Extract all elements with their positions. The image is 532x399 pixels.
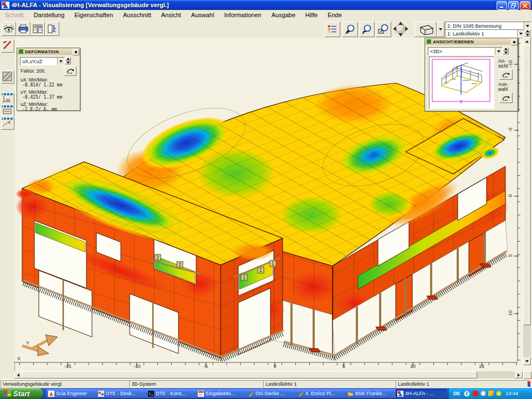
zoom-out-button[interactable] [359, 22, 375, 37]
vertical-scrollbar[interactable] [523, 38, 531, 365]
restore-button[interactable] [508, 1, 519, 10]
vertical-scroll-thumb[interactable] [523, 45, 531, 325]
uz-label: uZ: Min/Max: [21, 101, 48, 107]
menu-auswahl[interactable]: Auswahl [186, 11, 219, 19]
volume-icon[interactable] [473, 391, 478, 396]
spin-down[interactable] [503, 51, 509, 55]
deformation-panel[interactable]: DEFORMATION uX,uY,uZ Faktor: 200. uX: Mi… [17, 48, 80, 111]
pen-icon[interactable] [488, 391, 494, 396]
status-document: Verwaltungsgebäude vergl. [1, 380, 131, 388]
axes-panel-button[interactable] [1, 93, 14, 105]
loadcase-spinner[interactable] [524, 29, 530, 37]
task-label: DTE - Kons... [156, 391, 186, 396]
axis-y-label: Y [24, 340, 31, 346]
zoom-window-icon [378, 24, 389, 35]
taskbar-item-scia[interactable]: Scia Engineer [47, 389, 98, 398]
window-title: 4H-ALFA - Visualisierung [Verwaltungsgeb… [12, 2, 169, 8]
taskbar-item-eingabemodul[interactable]: EingabeMo... [196, 389, 247, 398]
menu-ansicht[interactable]: Ansicht [156, 11, 186, 19]
uz-value: -2.E-2/ 6. mm [22, 107, 57, 112]
view-combo-arrow[interactable] [495, 48, 502, 55]
taskbar-item-enrico[interactable]: 4. Enrico Pi... [296, 389, 347, 398]
taskbar-item-bsk[interactable]: BSK Franke... [346, 389, 397, 398]
deformation-panel-titlebar[interactable]: DEFORMATION [17, 48, 80, 55]
view-panel-titlebar[interactable]: ANSICHT/EBENEN [425, 38, 518, 45]
title-bar[interactable]: 4H-ALFA - Visualisierung [Verwaltungsgeb… [0, 0, 532, 10]
horizontal-scrollbar[interactable] [14, 371, 522, 378]
hatch-display-button[interactable] [1, 70, 14, 84]
disc-icon[interactable] [480, 391, 486, 396]
view-cube-dropdown[interactable] [437, 22, 444, 37]
menu-ausschnitt[interactable]: Ausschnitt [118, 11, 156, 19]
start-button[interactable]: Start [0, 388, 43, 399]
svg-text:1: 1 [272, 262, 274, 267]
scroll-up-button[interactable] [523, 38, 531, 45]
language-indicator[interactable]: DE [453, 391, 461, 396]
menu-informationen[interactable]: Informationen [219, 11, 266, 19]
zoom-window-button[interactable] [376, 22, 391, 37]
view-planes-panel[interactable]: ANSICHT/EBENEN <3D> [424, 38, 519, 111]
pan-control[interactable] [392, 21, 409, 37]
section-panel-button[interactable] [1, 105, 14, 117]
view-thumbnail[interactable]: Z [429, 57, 494, 109]
task-label: BSK Franke... [355, 391, 386, 396]
minimize-button[interactable] [497, 1, 507, 10]
clock[interactable]: 14:44 [506, 391, 519, 396]
deformation-combo[interactable]: uX,uY,uZ [20, 57, 65, 65]
menu-eigenschaften[interactable]: Eigenschaften [69, 11, 118, 19]
deformation-combo-value: uX,uY,uZ [21, 59, 57, 64]
menu-ende[interactable]: Ende [323, 11, 347, 19]
sketch-panel-button[interactable] [1, 117, 14, 130]
view-combo[interactable]: <3D> [428, 47, 503, 55]
taskbar-item-4h-alfa[interactable]: 4H-ALFA - ... [396, 389, 447, 398]
design-combo[interactable]: 2: DIN 1045 Bemessung [445, 22, 531, 30]
view-options-button[interactable] [2, 22, 16, 36]
chevron-icon[interactable] [464, 391, 470, 397]
auswahl-button[interactable] [499, 93, 513, 103]
deformation-combo-arrow[interactable] [57, 58, 64, 65]
loadcase-combo-arrow[interactable] [517, 30, 524, 37]
close-button[interactable] [520, 1, 530, 10]
view-cube-button[interactable] [415, 22, 437, 37]
spin-down[interactable] [524, 33, 530, 37]
exit-button[interactable] [45, 22, 59, 36]
factor-label: Faktor: 200. [21, 68, 45, 74]
ruler-horizontal [14, 359, 518, 370]
status-loadcase-2: Lastkollektiv 1 [396, 380, 530, 388]
legend-settings-button[interactable] [325, 22, 340, 37]
deformation-panel-title: DEFORMATION [25, 49, 59, 54]
task-label: DTE - Desk... [106, 391, 136, 396]
badge-icon[interactable] [496, 391, 502, 396]
pages-button[interactable] [30, 22, 45, 36]
ansicht-label-2: sicht [498, 63, 508, 69]
ruler-tick-label: -5 [198, 364, 213, 369]
menu-ausgabe[interactable]: Ausgabe [267, 11, 300, 19]
taskbar-item-dte-konsole[interactable]: DTE - Kons... [146, 389, 197, 398]
spin-down[interactable] [65, 61, 71, 65]
design-combo-arrow[interactable] [524, 22, 531, 29]
scroll-left-button[interactable] [14, 371, 22, 378]
factor-edit-button[interactable] [64, 66, 76, 76]
taskbar-item-dte-desk[interactable]: DTE - Desk... [96, 389, 147, 398]
edit-mode-button[interactable] [1, 39, 14, 53]
view-combo-value: <3D> [428, 49, 495, 54]
view-panel-title: ANSICHT/EBENEN [433, 39, 474, 44]
scroll-right-button[interactable] [515, 371, 523, 378]
ux-label: uX: Min/Max: [21, 77, 48, 83]
horizontal-scroll-thumb[interactable] [22, 371, 477, 378]
print-button[interactable] [16, 22, 30, 36]
left-tool-strip [0, 38, 15, 379]
task-label: OG-Decke ... [255, 391, 285, 396]
menu-hilfe[interactable]: Hilfe [300, 11, 323, 19]
zoom-in-button[interactable] [342, 22, 358, 37]
view-spinner[interactable] [503, 47, 509, 54]
loadcase-combo[interactable]: 1: Lastkollektiv 1 [445, 29, 525, 38]
hatch-square-icon [2, 71, 13, 82]
menu-darstellung[interactable]: Darstellung [29, 11, 70, 19]
scroll-down-button[interactable] [523, 357, 531, 365]
zoom-out-icon [361, 24, 372, 35]
ruler-tick-label: 0 [508, 188, 513, 203]
deformation-spinner[interactable] [65, 57, 71, 64]
panel-close-button[interactable] [73, 49, 79, 55]
taskbar-item-og-decke[interactable]: OG-Decke ... [246, 389, 297, 398]
